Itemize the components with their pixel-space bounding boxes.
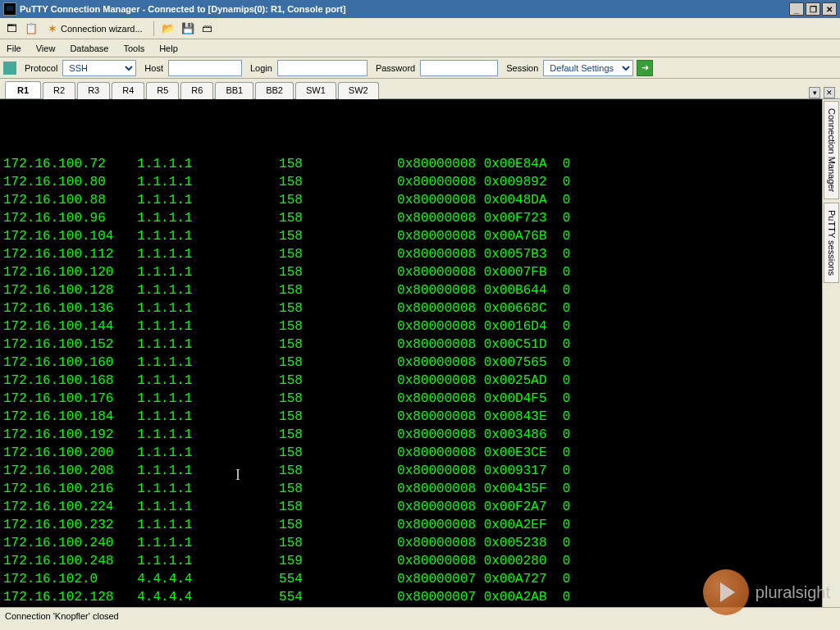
host-label: Host [144,63,163,73]
toolbar: 🗔 📋 ✶ Connection wizard... 📂 💾 🗃 [0,18,840,39]
terminal-row: 172.16.100.240 1.1.1.1 158 0x80000008 0x… [3,534,819,552]
separator [153,21,154,36]
terminal-row: 172.16.100.120 1.1.1.1 158 0x80000008 0x… [3,263,819,281]
connect-button[interactable]: ➜ [637,60,653,76]
terminal-row: 172.16.102.128 4.4.4.4 554 0x80000007 0x… [3,588,819,606]
save-icon[interactable]: 💾 [180,21,196,37]
terminal-row: 172.16.100.248 1.1.1.1 159 0x80000008 0x… [3,552,819,570]
arrow-right-icon: ➜ [641,62,649,73]
terminal-row: 172.16.100.96 1.1.1.1 158 0x80000008 0x0… [3,209,819,227]
copy-icon[interactable]: 📋 [23,21,39,37]
host-input[interactable] [168,60,242,76]
terminal-row: 172.16.100.216 1.1.1.1 158 0x80000008 0x… [3,480,819,498]
tab-r5[interactable]: R5 [146,82,179,99]
side-tab-connection-manager[interactable]: Connection Manager [824,101,839,199]
tab-bb2[interactable]: BB2 [255,82,294,99]
terminal-row: 172.16.100.200 1.1.1.1 158 0x80000008 0x… [3,444,819,462]
terminal-row: 172.16.100.80 1.1.1.1 158 0x80000008 0x0… [3,173,819,191]
terminal-row: 172.16.100.184 1.1.1.1 158 0x80000008 0x… [3,408,819,426]
login-input[interactable] [277,60,368,76]
terminal-row: 172.16.100.160 1.1.1.1 158 0x80000008 0x… [3,354,819,372]
connection-wizard-button[interactable]: ✶ Connection wizard... [43,21,148,37]
new-window-icon[interactable]: 🗔 [3,21,20,37]
protocol-select[interactable]: SSH [62,60,136,76]
menu-view[interactable]: View [36,43,56,53]
titlebar: PuTTY Connection Manager - Connected to … [0,0,840,18]
terminal-row: 172.16.100.152 1.1.1.1 158 0x80000008 0x… [3,336,819,354]
protocol-label: Protocol [25,63,57,73]
tab-r6[interactable]: R6 [180,82,213,99]
terminal-row: 172.16.100.112 1.1.1.1 158 0x80000008 0x… [3,245,819,263]
wizard-star-icon: ✶ [48,22,57,35]
session-select[interactable]: Default Settings [543,60,633,76]
terminal-row: 172.16.102.0 4.4.4.4 554 0x80000007 0x00… [3,570,819,588]
menu-file[interactable]: File [7,43,21,53]
password-input[interactable] [420,60,498,76]
menu-tools[interactable]: Tools [123,43,144,53]
terminal-row: 172.16.100.88 1.1.1.1 158 0x80000008 0x0… [3,191,819,209]
tab-dropdown-icon[interactable]: ▾ [809,87,820,98]
minimize-button[interactable]: _ [789,2,804,16]
side-panel: Connection Manager PuTTY sessions [822,99,840,607]
save-all-icon[interactable]: 🗃 [199,21,216,37]
tabbar: R1R2R3R4R5R6BB1BB2SW1SW2 ▾ ✕ [0,79,840,98]
close-button[interactable]: ✕ [822,2,837,16]
protocol-icon [3,62,16,75]
terminal-row: 192.168.101.0 1.1.1.1 159 0x80000008 0x0… [3,606,819,607]
statusbar: Connection 'Knopfler' closed [0,607,840,623]
session-label: Session [506,63,538,73]
tab-sw1[interactable]: SW1 [295,82,336,99]
tab-r2[interactable]: R2 [43,82,75,99]
restore-button[interactable]: ❐ [806,2,820,16]
status-text: Connection 'Knopfler' closed [5,611,119,621]
terminal-row: 172.16.100.224 1.1.1.1 158 0x80000008 0x… [3,498,819,516]
tab-close-icon[interactable]: ✕ [824,87,835,98]
text-cursor-icon: I [235,466,240,484]
connection-wizard-label: Connection wizard... [61,24,143,34]
terminal-row: 172.16.100.208 1.1.1.1 158 0x80000008 0x… [3,462,819,480]
terminal-row: 172.16.100.128 1.1.1.1 158 0x80000008 0x… [3,281,819,299]
connection-bar: Protocol SSH Host Login Password Session… [0,57,840,79]
terminal-row: 172.16.100.192 1.1.1.1 158 0x80000008 0x… [3,426,819,444]
menubar: File View Database Tools Help [0,39,840,57]
menu-help[interactable]: Help [159,43,178,53]
side-tab-putty-sessions[interactable]: PuTTY sessions [824,203,839,283]
open-folder-icon[interactable]: 📂 [160,21,176,37]
tab-r1[interactable]: R1 [5,81,41,98]
terminal[interactable]: I 172.16.100.72 1.1.1.1 158 0x80000008 0… [0,99,822,607]
terminal-row: 172.16.100.232 1.1.1.1 158 0x80000008 0x… [3,516,819,534]
terminal-row: 172.16.100.144 1.1.1.1 158 0x80000008 0x… [3,317,819,336]
tab-r3[interactable]: R3 [77,82,110,99]
svg-rect-1 [7,6,13,11]
terminal-row: 172.16.100.72 1.1.1.1 158 0x80000008 0x0… [3,155,819,173]
terminal-row: 172.16.100.136 1.1.1.1 158 0x80000008 0x… [3,299,819,317]
tab-sw2[interactable]: SW2 [338,82,379,99]
login-label: Login [250,63,272,73]
terminal-row: 172.16.100.104 1.1.1.1 158 0x80000008 0x… [3,227,819,245]
app-icon [3,2,16,16]
tab-r4[interactable]: R4 [112,82,144,99]
window-title: PuTTY Connection Manager - Connected to … [20,4,789,14]
terminal-row: 172.16.100.168 1.1.1.1 158 0x80000008 0x… [3,372,819,390]
password-label: Password [376,63,415,73]
tab-bb1[interactable]: BB1 [215,82,253,99]
menu-database[interactable]: Database [70,43,108,53]
terminal-row: 172.16.100.176 1.1.1.1 158 0x80000008 0x… [3,390,819,408]
